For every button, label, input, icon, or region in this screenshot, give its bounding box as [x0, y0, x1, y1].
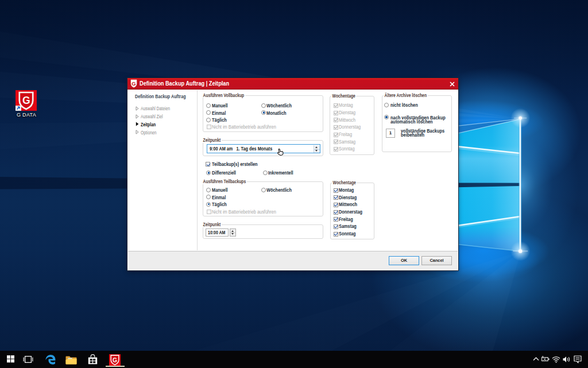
svg-text:G: G [22, 95, 30, 106]
svg-text:G: G [131, 80, 136, 87]
svg-text:G: G [113, 357, 117, 363]
